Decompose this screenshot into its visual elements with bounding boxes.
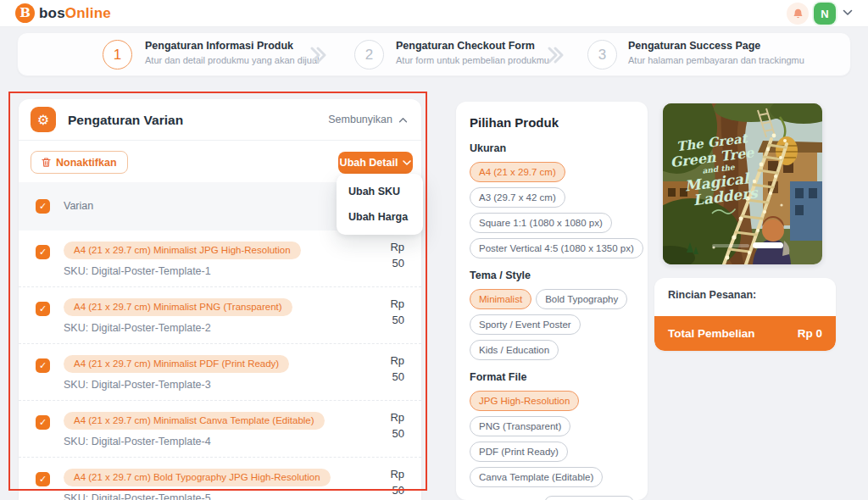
group-label-tema-style: Tema / Style xyxy=(470,269,634,281)
variant-checkbox[interactable]: ✓ xyxy=(36,358,50,373)
price-value: 50 xyxy=(390,369,404,385)
product-options-title: Pilihan Produk xyxy=(470,115,634,130)
select-all-checkbox[interactable]: ✓ xyxy=(36,199,50,214)
step-3-subtitle: Atur halaman pembayaran dan trackingmu xyxy=(628,55,804,65)
variant-row: ✓ A4 (21 x 29.7 cm) Minimalist Canva Tem… xyxy=(19,401,421,458)
variant-price: Rp50 xyxy=(390,239,404,271)
bell-icon xyxy=(793,8,804,20)
collapse-label: Sembunyikan xyxy=(328,114,392,125)
user-avatar[interactable]: N xyxy=(814,3,836,25)
option-size-a3[interactable]: A3 (29.7 x 42 cm) xyxy=(470,187,565,208)
step-1-title: Pengaturan Informasi Produk xyxy=(145,40,319,52)
logo-text-bos: bos xyxy=(39,5,65,21)
disable-variant-button[interactable]: Nonaktifkan xyxy=(31,151,128,174)
variant-sku: SKU: Digital-Poster-Template-4 xyxy=(64,436,211,447)
user-menu-chevron-down-icon[interactable] xyxy=(843,9,853,16)
variant-name-badge: A4 (21 x 29.7 cm) Bold Typography JPG Hi… xyxy=(64,469,331,486)
chevron-down-icon xyxy=(403,160,411,165)
step-3-circle[interactable]: 3 xyxy=(587,40,617,69)
option-size-a4[interactable]: A4 (21 x 29.7 cm) xyxy=(470,162,565,182)
variant-name-badge: A4 (21 x 29.7 cm) Minimalist Canva Templ… xyxy=(64,412,325,430)
top-navigation-bar: B bosOnline N xyxy=(0,0,868,27)
option-size-square[interactable]: Square 1:1 (1080 x 1080 px) xyxy=(470,213,612,233)
trash-icon xyxy=(42,157,51,168)
variant-checkbox[interactable]: ✓ xyxy=(36,302,50,316)
option-style-minimalist[interactable]: Minimalist xyxy=(470,289,531,309)
order-total-value: Rp 0 xyxy=(798,327,822,340)
setup-stepper: 1 Pengaturan Informasi Produk Atur dan d… xyxy=(17,32,851,76)
quantity-row: Jumlah xyxy=(470,496,634,500)
variant-sku: SKU: Digital-Poster-Template-2 xyxy=(64,322,211,334)
price-currency: Rp xyxy=(390,409,404,425)
option-style-bold-typography[interactable]: Bold Typography xyxy=(536,289,627,309)
app-screen: B bosOnline N 1 Pengaturan Informasi Pro… xyxy=(0,0,868,500)
edit-detail-button[interactable]: Ubah Detail xyxy=(338,152,413,174)
app-logo[interactable]: B bosOnline xyxy=(15,3,111,23)
variant-row: ✓ A4 (21 x 29.7 cm) Minimalist PDF (Prin… xyxy=(19,344,421,401)
variant-price: Rp50 xyxy=(390,353,404,385)
price-value: 50 xyxy=(390,482,404,498)
gear-icon: ⚙ xyxy=(31,107,56,132)
variant-sku: SKU: Digital-Poster-Template-3 xyxy=(64,379,211,391)
step-1[interactable]: Pengaturan Informasi Produk Atur dan det… xyxy=(145,40,319,65)
notifications-button[interactable] xyxy=(787,3,809,25)
option-size-poster-vertical[interactable]: Poster Vertical 4:5 (1080 x 1350 px) xyxy=(470,238,643,258)
menu-item-ubah-sku[interactable]: Ubah SKU xyxy=(337,179,423,204)
price-value: 50 xyxy=(390,255,404,271)
variant-sku: SKU: Digital-Poster-Template-5 xyxy=(64,492,211,500)
logo-text: bosOnline xyxy=(39,5,111,22)
step-2-circle[interactable]: 2 xyxy=(354,40,384,69)
variant-row: ✓ A4 (21 x 29.7 cm) Minimalist JPG High-… xyxy=(19,231,421,287)
variant-name-badge: A4 (21 x 29.7 cm) Minimalist PNG (Transp… xyxy=(64,298,292,316)
variant-column-header: Varian xyxy=(64,200,93,212)
variant-row: ✓ A4 (21 x 29.7 cm) Minimalist PNG (Tran… xyxy=(19,287,421,344)
price-currency: Rp xyxy=(390,239,404,255)
price-currency: Rp xyxy=(390,466,404,482)
variant-checkbox[interactable]: ✓ xyxy=(36,472,50,486)
option-format-pdf[interactable]: PDF (Print Ready) xyxy=(470,442,568,462)
variant-name-badge: A4 (21 x 29.7 cm) Minimalist PDF (Print … xyxy=(64,355,289,373)
step-1-subtitle: Atur dan detail produkmu yang akan dijua… xyxy=(145,55,319,65)
disable-variant-label: Nonaktifkan xyxy=(56,157,117,169)
variant-price: Rp50 xyxy=(390,409,404,442)
step-3-title: Pengaturan Success Page xyxy=(628,40,804,52)
step-separator-chevrons-icon xyxy=(306,43,330,67)
step-2[interactable]: Pengaturan Checkout Form Atur form untuk… xyxy=(396,40,549,65)
order-summary-title: Rincian Pesanan: xyxy=(654,278,836,301)
option-format-canva[interactable]: Canva Template (Editable) xyxy=(470,467,603,487)
variant-price: Rp50 xyxy=(390,296,404,328)
product-image-preview[interactable]: The Great Green Tree and the Magical Lad… xyxy=(663,103,822,264)
option-format-jpg[interactable]: JPG High-Resolution xyxy=(470,391,579,411)
chevron-up-icon xyxy=(398,117,408,123)
menu-item-ubah-harga[interactable]: Ubah Harga xyxy=(337,204,423,230)
quantity-input[interactable] xyxy=(544,496,634,500)
price-value: 50 xyxy=(390,312,404,328)
option-style-sporty[interactable]: Sporty / Event Poster xyxy=(470,314,581,335)
price-currency: Rp xyxy=(390,353,404,369)
edit-detail-dropdown-menu: Ubah SKU Ubah Harga xyxy=(337,174,423,235)
variant-settings-panel: ⚙ Pengaturan Varian Sembunyikan Nonaktif… xyxy=(19,99,421,500)
logo-text-online: Online xyxy=(65,5,111,21)
price-value: 50 xyxy=(390,425,404,442)
step-1-circle[interactable]: 1 xyxy=(103,40,132,69)
order-total-bar: Total Pembelian Rp 0 xyxy=(654,316,836,351)
variant-checkbox[interactable]: ✓ xyxy=(36,415,50,430)
step-2-subtitle: Atur form untuk pembelian produkmu xyxy=(396,55,549,65)
variant-rows: ✓ A4 (21 x 29.7 cm) Minimalist JPG High-… xyxy=(19,231,421,500)
book-cover-illustration: The Great Green Tree and the Magical Lad… xyxy=(663,103,822,264)
step-separator-chevrons-icon xyxy=(543,43,567,67)
option-style-kids[interactable]: Kids / Education xyxy=(470,340,559,360)
variant-checkbox[interactable]: ✓ xyxy=(36,245,50,259)
edit-detail-label: Ubah Detail xyxy=(340,157,398,169)
price-currency: Rp xyxy=(390,296,404,312)
step-3[interactable]: Pengaturan Success Page Atur halaman pem… xyxy=(628,40,804,65)
variant-panel-title: Pengaturan Varian xyxy=(68,113,183,128)
option-format-png[interactable]: PNG (Transparent) xyxy=(470,416,570,436)
variant-row: ✓ A4 (21 x 29.7 cm) Bold Typography JPG … xyxy=(19,458,421,500)
variant-name-badge: A4 (21 x 29.7 cm) Minimalist JPG High-Re… xyxy=(64,242,301,259)
variant-panel-header: ⚙ Pengaturan Varian Sembunyikan xyxy=(19,99,421,141)
group-label-format-file: Format File xyxy=(470,371,634,383)
order-summary-card: Rincian Pesanan: Total Pembelian Rp 0 xyxy=(654,278,836,351)
collapse-toggle[interactable]: Sembunyikan xyxy=(328,114,408,125)
product-options-panel: Pilihan Produk Ukuran A4 (21 x 29.7 cm) … xyxy=(456,102,648,500)
